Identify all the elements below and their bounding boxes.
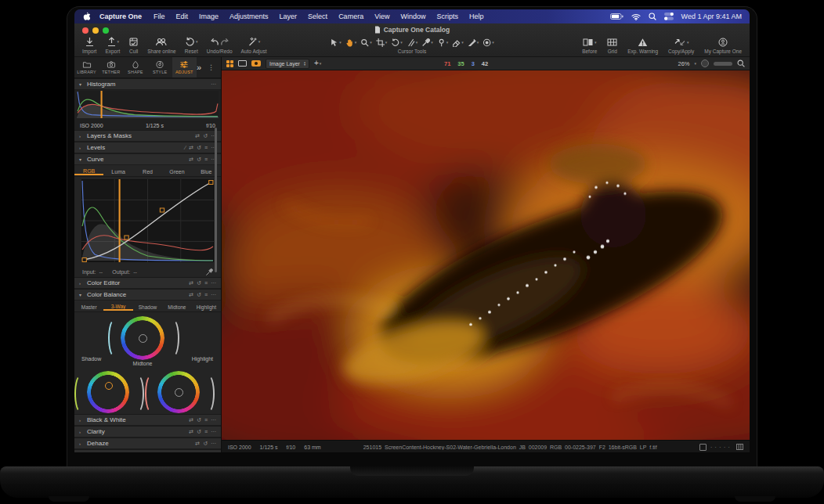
shadow-color-wheel[interactable] [87,371,129,413]
cb-tab-shadow[interactable]: Shadow [133,303,162,310]
heal-tool[interactable]: ▾ [437,38,449,47]
loupe-tool[interactable]: ▾ [360,38,372,47]
crop-tool[interactable]: ▾ [376,38,388,47]
panel-header-color-balance[interactable]: ▾ Color Balance ⇄ ↺ ≡ ⋯ [74,289,221,301]
panel-header-clarity[interactable]: › Clarity ⇄ ↺ ≡ ⋯ [74,426,221,437]
copy-adjustments-icon[interactable]: ⇄ [189,417,193,423]
add-layer-button[interactable]: +▾ [314,59,321,67]
midtone-saturation-arc[interactable] [108,319,121,358]
preset-menu-icon[interactable]: ≡ [204,429,208,434]
menu-item-image[interactable]: Image [199,13,219,20]
preset-menu-icon[interactable]: ≡ [204,292,208,297]
menu-item-camera[interactable]: Camera [338,13,363,20]
import-button[interactable]: Import [82,37,96,54]
preset-menu-icon[interactable]: ≡ [204,157,208,162]
grid-button[interactable]: Grid [607,38,617,54]
curve-graph[interactable] [74,177,221,267]
preset-menu-icon[interactable]: ≡ [204,145,208,150]
reset-icon[interactable]: ↺ [197,145,201,150]
copy-adjustments-icon[interactable]: ⇄ [195,133,200,139]
zoom-level[interactable]: 26% [678,60,689,67]
straighten-tool[interactable]: ▾ [407,38,418,47]
auto-adjust-button[interactable]: ▾ Auto Adjust [241,37,267,54]
before-button[interactable]: ▾ Before [582,38,597,54]
control-center-icon[interactable] [664,13,674,20]
tab-library[interactable]: LIBRARY [74,57,99,77]
reset-icon[interactable]: ↺ [197,292,201,297]
copy-adjustments-icon[interactable]: ⇄ [189,157,193,162]
menu-item-file[interactable]: File [154,13,165,20]
highlight-saturation-arc[interactable] [145,374,158,413]
draw-mask-tool[interactable]: ▾ [468,38,479,47]
tab-style[interactable]: STYLE [148,57,172,77]
gradient-mask-tool[interactable]: ▾ [482,38,494,47]
copy-adjustments-icon[interactable]: ⇄ [189,429,193,434]
menu-item-adjustments[interactable]: Adjustments [229,13,269,20]
reset-icon[interactable]: ↺ [197,157,201,162]
filmstrip-icon[interactable] [736,444,743,450]
panel-header-dehaze[interactable]: › Dehaze ⇄ ↺ ⋯ [74,437,221,449]
curve-picker-icon[interactable] [205,268,213,276]
rating-box-icon[interactable] [699,444,707,451]
color-tag-dots-icon[interactable]: ····· [710,444,732,451]
menu-item-window[interactable]: Window [401,13,426,20]
pick-color-tool[interactable]: ▾ [421,38,433,47]
curve-tab-rgb[interactable]: RGB [74,167,103,175]
more-icon[interactable]: ⋯ [211,292,216,297]
export-button[interactable]: ▾ Export [105,37,120,54]
reset-icon[interactable]: ↺ [203,133,208,139]
more-icon[interactable]: ⋯ [211,280,216,286]
photo-canvas[interactable] [222,70,750,440]
tab-overflow-icon[interactable]: ⋮ [208,63,215,71]
pan-tool[interactable]: ▾ [345,38,357,47]
cull-button[interactable]: Cull [128,37,139,54]
menu-item-select[interactable]: Select [308,13,327,20]
my-capture-one-button[interactable]: My Capture One [704,38,742,54]
more-icon[interactable]: ⋯ [211,81,216,87]
menu-item-view[interactable]: View [374,13,389,20]
panel-header-levels[interactable]: › Levels ∕ ⇄ ↺ ≡ ⋯ [74,142,221,153]
copy-apply-button[interactable]: ▾ Copy/Apply [668,38,694,54]
panel-header-vignetting[interactable]: ▾ Vignetting ⇄ ↺ ≡ ⋯ [74,449,221,452]
panel-header-layers-masks[interactable]: › Layers & Masks ⇄ ↺ ⋯ [74,130,221,142]
expand-tabs-icon[interactable]: » [197,63,201,72]
more-icon[interactable]: ⋯ [211,441,216,446]
apple-menu-icon[interactable] [82,12,90,21]
panel-header-curve[interactable]: ▾ Curve ⇄ ↺ ≡ ⋯ [74,153,221,165]
copy-adjustments-icon[interactable]: ⇄ [189,292,193,297]
tab-tether[interactable]: TETHER [99,57,123,77]
sidebar-scrollbar[interactable] [215,128,217,272]
more-icon[interactable]: ⋯ [211,417,216,423]
menu-item-scripts[interactable]: Scripts [437,13,459,20]
menu-item-help[interactable]: Help [469,13,484,20]
wifi-icon[interactable] [631,13,641,20]
panel-header-histogram[interactable]: ▾ Histogram ⋯ [74,78,221,90]
layer-select-dropdown[interactable]: Image Layer ▴▾ [266,59,309,69]
rotate-tool[interactable]: ▾ [391,38,403,47]
reset-icon[interactable]: ↺ [197,280,201,286]
viewer-mode-icon[interactable] [238,60,247,67]
shadow-lightness-arc[interactable] [131,374,144,413]
midtone-lightness-arc[interactable] [166,319,179,358]
copy-adjustments-icon[interactable]: ⇄ [189,280,193,286]
curve-tab-red[interactable]: Red [133,167,162,175]
copy-adjustments-icon[interactable]: ⇄ [195,441,200,446]
exposure-warning-button[interactable]: Exp. Warning [627,38,658,54]
more-icon[interactable]: ⋯ [211,429,216,434]
cb-tab-midtone[interactable]: Midtone [162,303,191,310]
undo-redo-button[interactable]: Undo/Redo [207,37,233,54]
reset-icon[interactable]: ↺ [197,417,201,423]
proof-view-icon[interactable] [251,60,261,67]
zoom-slider[interactable] [714,62,732,66]
shadow-saturation-arc[interactable] [74,374,88,413]
zoom-fit-icon[interactable] [701,59,709,67]
search-icon[interactable] [649,13,656,20]
select-tool[interactable]: ▾ [330,38,342,47]
highlight-lightness-arc[interactable] [201,374,215,413]
preset-menu-icon[interactable]: ≡ [204,417,208,423]
menu-clock[interactable]: Wed 1 Apr 9:41 AM [681,13,742,20]
preset-menu-icon[interactable]: ≡ [204,280,208,286]
battery-icon[interactable] [610,13,623,20]
cb-tab-master[interactable]: Master [74,303,103,310]
menu-app-name[interactable]: Capture One [99,13,142,20]
